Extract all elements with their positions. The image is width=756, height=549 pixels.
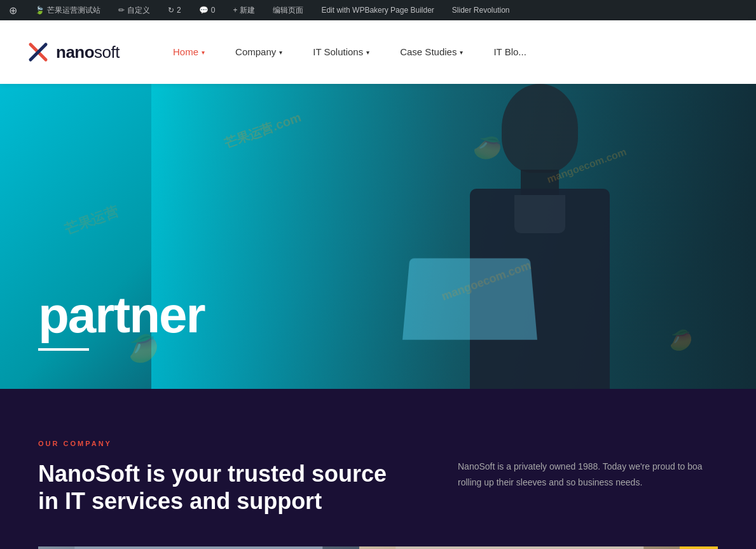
- case-studies-chevron: ▾: [460, 21, 463, 85]
- comments-button[interactable]: 💬 0: [195, 0, 219, 20]
- company-left: OUR COMPANY NanoSoft is your trusted sou…: [38, 440, 407, 515]
- site-name-button[interactable]: 🍃 芒果运营测试站: [31, 0, 104, 20]
- company-right: NanoSoft is a privately owned 1988. Toda…: [458, 440, 718, 515]
- company-chevron: ▾: [279, 21, 282, 85]
- customize-button[interactable]: ✏ 自定义: [114, 0, 154, 20]
- wp-icon: ⊕: [9, 4, 17, 17]
- admin-bar: ⊕ 🍃 芒果运营测试站 ✏ 自定义 ↻ 2 💬 0 + 新建 编辑页面 Edit…: [0, 0, 756, 20]
- comments-count: 0: [211, 6, 216, 15]
- site-name-label: 芒果运营测试站: [47, 5, 100, 16]
- mango-icon-3: 🥭: [668, 327, 694, 351]
- refresh-icon: ↻: [168, 6, 174, 15]
- logo-icon: [25, 39, 51, 65]
- hero-section: 芒果运营.com mangoecom.com 芒果运营 mangoecom.co…: [0, 84, 756, 389]
- slider-label: Slider Revolution: [452, 6, 510, 15]
- office-svg: [38, 546, 359, 549]
- company-inner: OUR COMPANY NanoSoft is your trusted sou…: [38, 440, 718, 515]
- nav-item-company[interactable]: Company ▾: [220, 20, 298, 84]
- section-label: OUR COMPANY: [38, 440, 407, 447]
- nav-item-it-solutions[interactable]: IT Solutions ▾: [298, 20, 385, 84]
- home-chevron: ▾: [202, 21, 205, 85]
- logo[interactable]: nanosoft: [25, 39, 120, 65]
- svg-rect-15: [395, 546, 643, 549]
- new-button[interactable]: + 新建: [229, 0, 259, 20]
- slider-revolution-button[interactable]: Slider Revolution: [448, 0, 514, 20]
- nav-item-home[interactable]: Home ▾: [158, 20, 220, 84]
- hero-underline: [38, 348, 89, 351]
- wpbakery-button[interactable]: Edit with WPBakery Page Builder: [317, 0, 437, 20]
- company-description: NanoSoft is a privately owned 1988. Toda…: [458, 459, 718, 491]
- case-studies-label: Case Studies: [400, 20, 457, 84]
- svg-rect-14: [74, 546, 322, 549]
- wp-logo-button[interactable]: ⊕: [5, 0, 21, 20]
- it-solutions-label: IT Solutions: [313, 20, 363, 84]
- leaf-icon: 🍃: [35, 6, 45, 15]
- hero-person-silhouette: [438, 84, 642, 389]
- our-company-section: OUR COMPANY NanoSoft is your trusted sou…: [0, 389, 756, 549]
- team-svg: 😊 😄 😀 😁: [359, 546, 680, 549]
- nav-menu: Home ▾ Company ▾ IT Solutions ▾ Case Stu…: [158, 20, 731, 84]
- edit-icon: ✏: [118, 6, 125, 15]
- company-heading: NanoSoft is your trusted source in IT se…: [38, 460, 407, 515]
- nav-item-it-blog[interactable]: IT Blo...: [478, 20, 541, 84]
- plus-icon: +: [233, 6, 237, 15]
- company-label: Company: [235, 20, 276, 84]
- hero-heading: partner: [38, 290, 205, 341]
- new-label: 新建: [240, 5, 255, 16]
- home-label: Home: [173, 20, 198, 84]
- wpbakery-label: Edit with WPBakery Page Builder: [321, 6, 434, 15]
- customize-label: 自定义: [127, 5, 150, 16]
- updates-count: 2: [177, 6, 181, 15]
- it-blog-label: IT Blo...: [493, 20, 526, 84]
- navbar: nanosoft Home ▾ Company ▾ IT Solutions ▾…: [0, 20, 756, 84]
- nav-item-case-studies[interactable]: Case Studies ▾: [385, 20, 478, 84]
- hero-content: partner: [0, 290, 243, 351]
- logo-soft: soft: [94, 43, 120, 62]
- bottom-images: 😊 😄 😀 😁: [38, 546, 718, 549]
- yellow-accent-strip: [680, 546, 718, 549]
- team-photo-image: 😊 😄 😀 😁: [359, 546, 680, 549]
- comment-icon: 💬: [199, 6, 209, 15]
- hero-laptop: [402, 258, 537, 339]
- logo-nano: nano: [56, 43, 94, 62]
- office-meeting-image: [38, 546, 359, 549]
- updates-button[interactable]: ↻ 2: [164, 0, 185, 20]
- it-solutions-chevron: ▾: [366, 21, 369, 85]
- edit-page-button[interactable]: 编辑页面: [269, 0, 307, 20]
- edit-page-label: 编辑页面: [273, 5, 303, 16]
- logo-text: nanosoft: [56, 43, 120, 62]
